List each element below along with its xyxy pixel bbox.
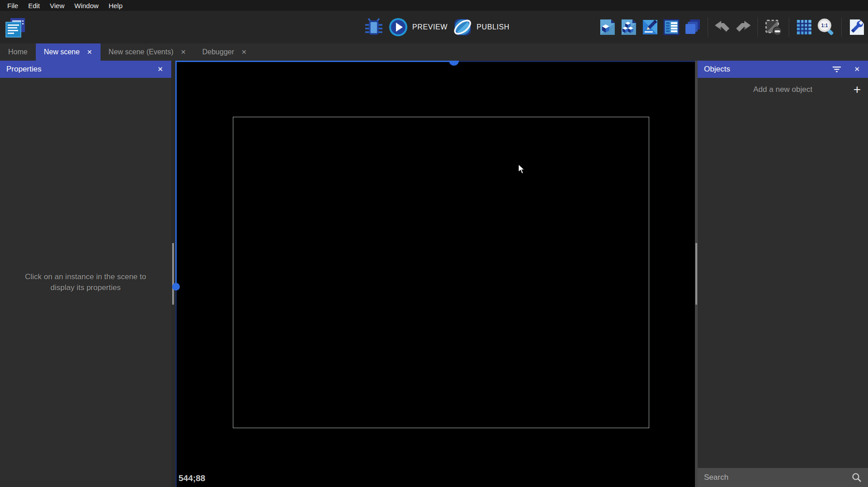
mouse-cursor bbox=[518, 164, 525, 175]
project-manager-icon bbox=[4, 17, 27, 38]
search-icon[interactable] bbox=[852, 473, 862, 482]
properties-panel-header: Properties ✕ bbox=[0, 61, 171, 78]
redo-button[interactable] bbox=[735, 20, 751, 34]
objects-panel: Objects ✕ Add a new object + bbox=[698, 61, 868, 487]
publish-label: PUBLISH bbox=[477, 23, 510, 31]
editor-content: Properties ✕ Click on an instance in the… bbox=[0, 61, 868, 487]
menu-window[interactable]: Window bbox=[69, 1, 103, 10]
objects-panel-title: Objects bbox=[704, 65, 832, 74]
left-scrollbar-thumb[interactable] bbox=[172, 243, 174, 305]
properties-panel-body: Click on an instance in the scene to dis… bbox=[0, 78, 171, 487]
right-scrollbar-thumb[interactable] bbox=[695, 243, 697, 305]
add-object-label: Add a new object bbox=[753, 85, 812, 94]
search-input[interactable] bbox=[704, 473, 852, 482]
cursor-coordinates: 544;88 bbox=[178, 473, 205, 483]
undo-button[interactable] bbox=[714, 20, 731, 34]
tab-label: New scene bbox=[44, 48, 80, 56]
filter-icon[interactable] bbox=[832, 66, 841, 72]
editor-tab-bar: Home New scene ✕ New scene (Events) ✕ De… bbox=[0, 43, 868, 61]
tab-close-icon[interactable]: ✕ bbox=[181, 48, 186, 56]
open-scene-settings-button[interactable] bbox=[848, 18, 865, 37]
toolbar-separator bbox=[708, 18, 708, 37]
objects-search-bar bbox=[698, 468, 868, 487]
debug-bug-icon bbox=[364, 18, 383, 37]
object-groups-icon bbox=[620, 18, 637, 37]
redo-icon bbox=[735, 20, 751, 34]
debug-button[interactable] bbox=[364, 18, 383, 37]
menu-bar: File Edit View Window Help bbox=[0, 0, 868, 11]
preview-button[interactable]: PREVIEW bbox=[389, 18, 448, 37]
tab-label: New scene (Events) bbox=[109, 48, 174, 56]
plus-icon[interactable]: + bbox=[854, 83, 861, 96]
add-object-row[interactable]: Add a new object + bbox=[698, 78, 868, 101]
gdevelop-window: File Edit View Window Help bbox=[0, 0, 868, 487]
objects-list-empty-area bbox=[698, 101, 868, 468]
horizontal-scrollbar-thumb[interactable] bbox=[449, 61, 459, 66]
scene-properties-icon bbox=[641, 18, 659, 37]
instances-list-icon bbox=[663, 18, 680, 37]
tab-new-scene[interactable]: New scene ✕ bbox=[36, 43, 101, 61]
toolbar-separator bbox=[789, 18, 789, 37]
open-instances-list-button[interactable] bbox=[663, 18, 680, 37]
undo-icon bbox=[714, 20, 731, 34]
layers-icon bbox=[684, 18, 701, 37]
settings-wrench-icon bbox=[848, 18, 865, 37]
project-manager-button[interactable] bbox=[4, 16, 27, 39]
game-window-border bbox=[233, 117, 649, 428]
close-icon[interactable]: ✕ bbox=[852, 64, 862, 74]
properties-empty-hint: Click on an instance in the scene to dis… bbox=[15, 272, 156, 293]
tab-close-icon[interactable]: ✕ bbox=[241, 48, 247, 56]
canvas-vertical-scrollbar[interactable] bbox=[175, 61, 177, 487]
objects-panel-header: Objects ✕ bbox=[698, 61, 868, 78]
toolbar-separator bbox=[841, 18, 842, 37]
preview-label: PREVIEW bbox=[412, 23, 448, 31]
objects-header-icons: ✕ bbox=[832, 64, 862, 74]
tab-close-icon[interactable]: ✕ bbox=[87, 48, 92, 56]
zoom-1-1-icon: 1:1 bbox=[817, 18, 835, 37]
toggle-window-mask-button[interactable] bbox=[764, 18, 782, 37]
toggle-grid-button[interactable] bbox=[796, 18, 813, 37]
toolbar-right-group: 1:1 bbox=[599, 11, 865, 43]
menu-file[interactable]: File bbox=[2, 1, 23, 10]
tab-home[interactable]: Home bbox=[0, 43, 36, 61]
tab-label: Home bbox=[8, 48, 28, 56]
grid-icon bbox=[796, 18, 813, 37]
open-objects-editor-button[interactable] bbox=[599, 18, 616, 37]
objects-editor-icon bbox=[599, 18, 616, 37]
open-layers-editor-button[interactable] bbox=[684, 18, 701, 37]
scene-canvas[interactable]: 544;88 bbox=[175, 61, 695, 487]
window-mask-icon bbox=[764, 18, 782, 37]
tab-debugger[interactable]: Debugger ✕ bbox=[194, 43, 255, 61]
zoom-1-1-button[interactable]: 1:1 bbox=[817, 18, 835, 37]
menu-view[interactable]: View bbox=[45, 1, 69, 10]
canvas-horizontal-scrollbar[interactable] bbox=[175, 61, 695, 62]
open-scene-properties-button[interactable] bbox=[641, 18, 659, 37]
tab-new-scene-events[interactable]: New scene (Events) ✕ bbox=[101, 43, 194, 61]
canvas-right-scrollbar[interactable] bbox=[695, 61, 698, 487]
preview-play-icon bbox=[389, 18, 408, 37]
properties-panel: Properties ✕ Click on an instance in the… bbox=[0, 61, 171, 487]
svg-text:1:1: 1:1 bbox=[821, 23, 828, 28]
toolbar-separator bbox=[757, 18, 758, 37]
tab-label: Debugger bbox=[202, 48, 234, 56]
vertical-scrollbar-thumb[interactable] bbox=[172, 283, 180, 291]
publish-button[interactable]: PUBLISH bbox=[453, 18, 510, 37]
toolbar-center-group: PREVIEW PUBLISH bbox=[364, 11, 510, 43]
main-toolbar: PREVIEW PUBLISH bbox=[0, 11, 868, 43]
menu-edit[interactable]: Edit bbox=[23, 1, 45, 10]
properties-panel-title: Properties bbox=[6, 65, 155, 74]
close-icon[interactable]: ✕ bbox=[155, 64, 165, 74]
menu-help[interactable]: Help bbox=[104, 1, 128, 10]
left-panel-splitter[interactable] bbox=[171, 61, 175, 487]
open-object-groups-button[interactable] bbox=[620, 18, 637, 37]
publish-globe-icon bbox=[453, 18, 472, 37]
